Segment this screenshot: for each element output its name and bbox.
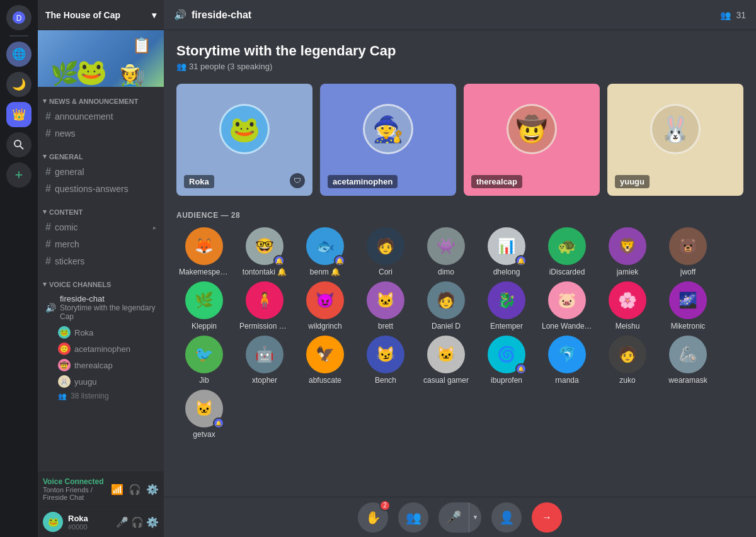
section-content: ▾ CONTENT (38, 198, 164, 218)
speaker-avatar-yuugu: 🐰 (650, 104, 701, 154)
speaker-mod-icon-roka: 🛡 (290, 173, 305, 188)
hash-icon: # (45, 183, 51, 195)
audience-member-permissionman[interactable]: 🧍 Permission Man (237, 281, 292, 331)
voice-user-roka[interactable]: 🐸 Roka (38, 324, 164, 341)
audience-avatar: 🐢 (548, 227, 586, 265)
voice-user-therealcap[interactable]: 🤠 therealcap (38, 357, 164, 373)
channel-questions[interactable]: # questions-answers (40, 181, 161, 197)
speaker-name-therealcap: therealcap (471, 175, 522, 188)
audience-member-ibuprofen[interactable]: 🌀🔔 ibuprofen (479, 336, 534, 385)
audience-name: Cori (379, 268, 392, 276)
audience-member-abfuscate[interactable]: 🦅 abfuscate (297, 336, 353, 385)
voice-user-yuugu[interactable]: 🐰 yuugu (38, 373, 164, 390)
raise-hand-button[interactable]: ✋ 2 (358, 502, 388, 533)
channel-news[interactable]: # news (40, 125, 161, 142)
bottom-area: Voice Connected Tonton Friends / Firesid… (38, 472, 164, 537)
voice-user-acetaminophen[interactable]: 🙂 acetaminophen (38, 341, 164, 357)
speaker-card-acetaminophen[interactable]: 🧙 acetaminophen (320, 84, 456, 196)
audience-name: Meishu (616, 322, 640, 331)
mic-button[interactable]: 🎤 (438, 502, 469, 533)
current-user-name: Roka (68, 514, 111, 523)
speaker-name-acetaminophen: acetaminophen (328, 175, 398, 188)
audience-member-wildgrinch[interactable]: 😈 wildgrinch (297, 281, 353, 331)
stage-title: Storytime with the legendary Cap (176, 43, 743, 59)
channel-merch[interactable]: # merch (40, 236, 161, 252)
leave-button[interactable]: → (532, 502, 562, 533)
signal-icon[interactable]: 📶 (111, 483, 123, 495)
invite-button[interactable]: 👥 (398, 502, 428, 533)
stage-controls: ✋ 2 👥 🎤 ▼ 👤 → (164, 497, 756, 537)
audience-member-zuko[interactable]: 🧑 zuko (600, 336, 655, 385)
channel-name: stickers (55, 256, 84, 266)
speaker-card-roka[interactable]: 🐸 Roka 🛡 (176, 84, 312, 196)
user-info: Roka #0000 (68, 514, 111, 531)
audience-member-dhelong[interactable]: 📊🔔 dhelong (479, 227, 534, 276)
audience-avatar: 🌀🔔 (488, 336, 525, 373)
voice-connected-label: Voice Connected (43, 477, 111, 486)
audience-avatar: 😈 (306, 281, 344, 319)
audience-member-getvax[interactable]: 🐱🔔 getvax (176, 390, 232, 439)
stage-subtitle-text: 31 people (3 speaking) (189, 62, 272, 71)
audience-member-rnanda[interactable]: 🐬 rnanda (539, 336, 595, 385)
rail-divider (9, 35, 28, 37)
audience-avatar: 🐬 (548, 336, 586, 373)
section-general: ▾ GENERAL (38, 142, 164, 163)
audience-member-brett[interactable]: 🐱 brett (358, 281, 413, 331)
audience-member-meishu[interactable]: 🌸 Meishu (600, 281, 655, 331)
discord-home-button[interactable]: D (6, 5, 32, 30)
audience-avatar: 🧑 (367, 227, 404, 265)
add-server-button[interactable]: + (6, 162, 32, 188)
audience-member-xtopher[interactable]: 🤖 xtopher (237, 336, 292, 385)
audience-avatar: 🧍 (246, 281, 284, 319)
hash-icon: # (45, 111, 51, 122)
server-chevron: ▾ (152, 10, 156, 20)
mute-button[interactable]: 🎤 (116, 516, 129, 528)
audience-member-wearamask[interactable]: 🦾 wearamask (660, 336, 716, 385)
audience-member-cori[interactable]: 🧑 Cori (358, 227, 413, 276)
server-icon-1[interactable]: 🌐 (6, 42, 32, 67)
audience-member-bench[interactable]: 😼 Bench (358, 336, 413, 385)
audience-member-entemper[interactable]: 🐉 Entemper (479, 281, 534, 331)
audience-member-makemespeakrr[interactable]: 🦊 Makemespeakrr (176, 227, 232, 276)
speaker-card-yuugu[interactable]: 🐰 yuugu (607, 84, 743, 196)
server-icon-2[interactable]: 🌙 (6, 72, 32, 97)
audience-name: Permission Man (239, 322, 290, 331)
server-banner: 🌿 🐸 📋 🧑‍🌾 (38, 30, 164, 87)
voice-channel-fireside[interactable]: 🔊 fireside-chat Storytime with the legen… (40, 291, 161, 324)
server-header[interactable]: The House of Cap ▾ (38, 0, 164, 30)
channel-announcement[interactable]: # announcement (40, 108, 161, 125)
mic-dropdown[interactable]: ▼ (469, 502, 481, 533)
svg-text:🌐: 🌐 (12, 47, 26, 61)
headphone-button[interactable]: 🎧 (131, 516, 144, 528)
audience-member-jib[interactable]: 🐦 Jib (176, 336, 232, 385)
audience-member-idiscarded[interactable]: 🐢 iDiscarded (539, 227, 595, 276)
audience-member-jamiek[interactable]: 🦁 jamiek (600, 227, 655, 276)
audience-member-danield[interactable]: 🧑 Daniel D (418, 281, 474, 331)
audience-name: jamiek (617, 268, 639, 276)
user-settings-button[interactable]: ⚙️ (146, 516, 159, 528)
add-speaker-button[interactable]: 👤 (491, 502, 522, 533)
avatar-acetaminophen: 🙂 (58, 342, 71, 355)
audience-member-miketronic[interactable]: 🌌 Miketronic (660, 281, 716, 331)
audience-member-jwoff[interactable]: 🐻 jwoff (660, 227, 716, 276)
audience-member-casualgamer[interactable]: 🐱 casual gamer (418, 336, 474, 385)
channel-general[interactable]: # general (40, 164, 161, 180)
audience-avatar: 🐻 (669, 227, 707, 265)
section-news: ▾ NEWS & ANNOUNCEMENT (38, 87, 164, 108)
voice-user-name-roka: Roka (74, 328, 93, 337)
audience-member-kleppin[interactable]: 🌿 Kleppin (176, 281, 232, 331)
audience-member-dimo[interactable]: 👾 dimo (418, 227, 474, 276)
speaker-card-therealcap[interactable]: 🤠 therealcap (464, 84, 600, 196)
audience-name: ibuprofen (491, 376, 522, 385)
audience-member-tontontaki[interactable]: 🤓🔔 tontontaki 🔔 (237, 227, 292, 276)
server-icon-3[interactable]: 👑 (6, 102, 32, 127)
channel-stickers[interactable]: # stickers (40, 253, 161, 269)
settings-voice-icon[interactable]: ⚙️ (146, 483, 159, 495)
search-button[interactable] (6, 132, 32, 157)
audience-member-benm[interactable]: 🐟🔔 benm 🔔 (297, 227, 353, 276)
headset-icon[interactable]: 🎧 (129, 483, 141, 495)
channel-comic[interactable]: # comic ▸ (40, 219, 161, 235)
audience-grid: 🦊 Makemespeakrr 🤓🔔 tontontaki 🔔 🐟🔔 benm … (176, 227, 743, 439)
audience-member-lonewanderer[interactable]: 🐷 Lone Wanderer (539, 281, 595, 331)
audience-label: AUDIENCE — 28 (176, 211, 743, 220)
